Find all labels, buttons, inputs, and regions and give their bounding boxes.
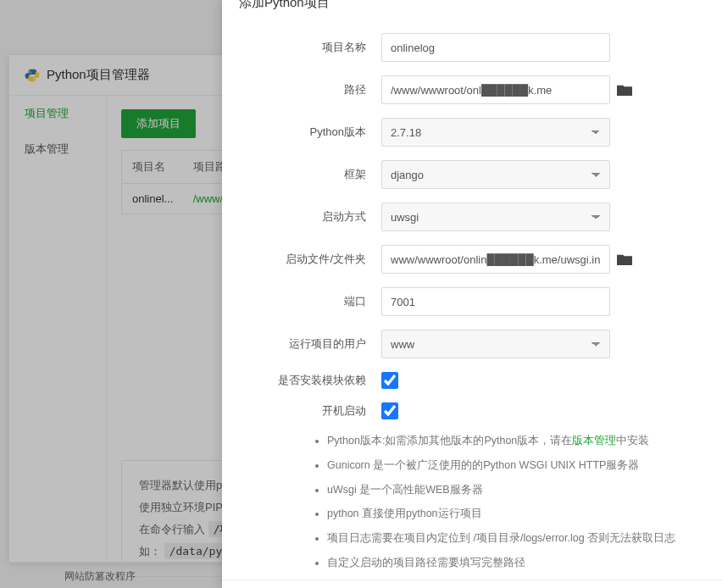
framework-select[interactable]: django [381,160,610,189]
label-startmode: 启动方式 [246,209,381,225]
modal-title: 添加Python项目 [222,0,722,16]
bullet-item: uWsgi 是一个高性能WEB服务器 [327,482,698,498]
label-autostart: 开机启动 [246,403,381,419]
bullet-item: Gunicorn 是一个被广泛使用的的Python WSGI UNIX HTTP… [327,458,698,474]
label-pyver: Python版本 [246,125,381,140]
bullet-item: 自定义启动的项目路径需要填写完整路径 [327,555,698,571]
folder-icon[interactable] [617,84,632,96]
bullet-item: python 直接使用python运行项目 [327,506,698,522]
help-bullets: Python版本:如需添加其他版本的Python版本，请在版本管理中安装 Gun… [327,433,698,571]
project-name-input[interactable] [381,33,610,62]
folder-icon[interactable] [617,253,632,265]
bullet-item: 项目日志需要在项目内定位到 /项目目录/logs/error.log 否则无法获… [327,530,698,546]
bullet-text: 中安装 [616,435,649,447]
add-project-modal: 添加Python项目 项目名称 路径 Python版本 2.7.18 框架 dj… [222,0,722,588]
label-path: 路径 [246,82,381,97]
label-installdep: 是否安装模块依赖 [246,373,381,388]
project-path-input[interactable] [381,75,610,104]
bullet-item: Python版本:如需添加其他版本的Python版本，请在版本管理中安装 [327,433,698,449]
label-framework: 框架 [246,167,381,182]
modal-form: 项目名称 路径 Python版本 2.7.18 框架 django 启动方式 u… [222,16,722,580]
label-startfile: 启动文件/文件夹 [246,252,381,267]
label-name: 项目名称 [246,40,381,55]
installdep-checkbox[interactable] [381,372,398,389]
version-manage-link[interactable]: 版本管理 [572,435,616,447]
port-input[interactable] [381,287,610,316]
autostart-checkbox[interactable] [381,402,398,419]
label-port: 端口 [246,294,381,309]
label-runuser: 运行项目的用户 [246,336,381,352]
startmode-select[interactable]: uwsgi [381,202,610,231]
python-version-select[interactable]: 2.7.18 [381,118,610,147]
bullet-text: Python版本:如需添加其他版本的Python版本，请在 [327,435,572,447]
modal-footer: 取消 确定 [222,580,722,589]
startfile-input[interactable] [381,245,610,274]
runuser-select[interactable]: www [381,330,610,358]
